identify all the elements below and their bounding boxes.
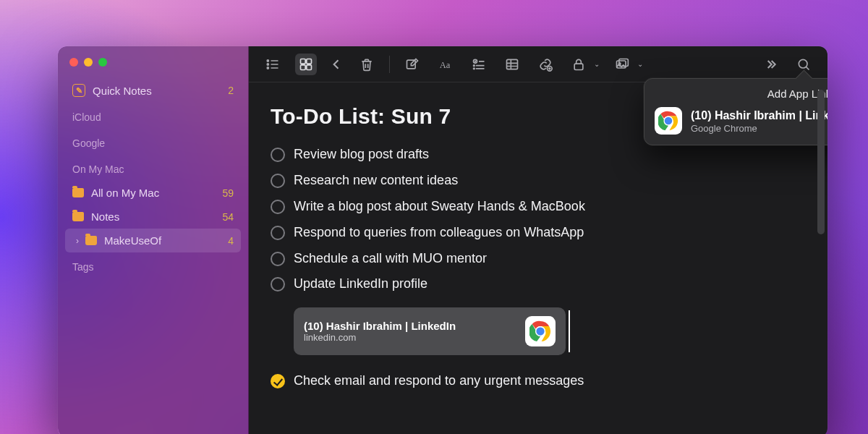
delete-button[interactable] — [356, 54, 378, 75]
checklist-item[interactable]: Respond to queries from colleagues on Wh… — [271, 220, 806, 246]
chevron-right-icon: › — [72, 236, 82, 246]
close-window-button[interactable] — [69, 58, 78, 67]
toolbar: Aa ⌄ ⌄ — [249, 46, 827, 82]
main-area: Aa ⌄ ⌄ — [249, 46, 827, 434]
svg-point-34 — [799, 59, 807, 68]
fullscreen-window-button[interactable] — [98, 58, 107, 67]
checklist-item[interactable]: Write a blog post about Sweaty Hands & M… — [271, 194, 806, 220]
folder-icon — [72, 188, 84, 197]
svg-point-21 — [474, 64, 475, 66]
svg-rect-12 — [307, 64, 312, 69]
svg-rect-11 — [301, 64, 306, 69]
compose-button[interactable] — [401, 54, 423, 75]
svg-rect-30 — [574, 64, 583, 69]
format-button[interactable]: Aa — [435, 54, 456, 75]
gallery-view-button[interactable] — [295, 54, 317, 75]
folder-label: MakeUseOf — [104, 234, 161, 247]
checkbox-empty-icon[interactable] — [271, 174, 285, 188]
folder-icon — [72, 212, 84, 221]
checklist-item[interactable]: Update LinkedIn profile — [271, 271, 806, 297]
notes-window: ✎ Quick Notes 2 iCloud Google On My Mac … — [58, 46, 827, 434]
media-menu-chevron-icon[interactable]: ⌄ — [637, 60, 643, 68]
add-link-button[interactable] — [535, 54, 556, 75]
lock-menu-chevron-icon[interactable]: ⌄ — [594, 60, 600, 68]
svg-line-35 — [806, 67, 809, 69]
note-title[interactable]: To-Do List: Sun 7 — [271, 104, 806, 129]
folder-label: Notes — [91, 210, 119, 223]
checkbox-checked-icon[interactable] — [271, 374, 285, 388]
link-card-domain: linkedin.com — [304, 332, 515, 343]
checkbox-empty-icon[interactable] — [271, 226, 285, 240]
folder-count: 4 — [228, 235, 234, 247]
sidebar: ✎ Quick Notes 2 iCloud Google On My Mac … — [58, 46, 249, 434]
checklist-item-done[interactable]: Check email and respond to any urgent me… — [271, 368, 806, 394]
svg-point-4 — [267, 63, 268, 64]
quick-notes-label: Quick Notes — [93, 85, 152, 97]
lock-button[interactable] — [568, 54, 590, 75]
checklist-button[interactable] — [468, 54, 490, 75]
svg-rect-10 — [307, 59, 312, 64]
checkbox-empty-icon[interactable] — [271, 148, 285, 162]
checklist-item[interactable]: Review blog post drafts — [271, 142, 806, 168]
quick-notes-count: 2 — [228, 85, 234, 96]
folder-icon — [85, 236, 97, 245]
minimize-window-button[interactable] — [84, 58, 93, 67]
sidebar-folder-makeuseof[interactable]: › MakeUseOf 4 — [65, 229, 241, 252]
svg-point-22 — [474, 68, 475, 69]
svg-point-3 — [267, 59, 268, 61]
note-editor[interactable]: To-Do List: Sun 7 Review blog post draft… — [249, 82, 827, 409]
list-view-button[interactable] — [262, 54, 284, 75]
link-preview-card[interactable]: (10) Hashir Ibrahim | LinkedIn linkedin.… — [294, 307, 566, 355]
sidebar-quick-notes[interactable]: ✎ Quick Notes 2 — [65, 78, 241, 103]
sidebar-folder-all-on-my-mac[interactable]: All on My Mac 59 — [65, 181, 241, 205]
svg-rect-9 — [301, 59, 306, 64]
sidebar-folder-notes[interactable]: Notes 54 — [65, 205, 241, 229]
folder-label: All on My Mac — [91, 187, 159, 199]
checkbox-empty-icon[interactable] — [271, 277, 285, 292]
checklist-item[interactable]: Schedule a call with MUO mentor — [271, 246, 806, 272]
svg-text:Aa: Aa — [440, 60, 451, 70]
more-button[interactable] — [760, 54, 781, 75]
link-card-title: (10) Hashir Ibrahim | LinkedIn — [304, 320, 515, 332]
toolbar-separator — [389, 56, 390, 73]
sidebar-section-google[interactable]: Google — [65, 132, 241, 155]
svg-point-5 — [267, 67, 268, 68]
sidebar-section-on-my-mac[interactable]: On My Mac — [65, 158, 241, 181]
folder-count: 54 — [222, 211, 234, 223]
svg-rect-23 — [507, 59, 518, 69]
checkbox-empty-icon[interactable] — [271, 200, 285, 214]
table-button[interactable] — [501, 54, 523, 75]
scrollbar-thumb[interactable] — [817, 90, 825, 234]
folder-count: 59 — [222, 187, 234, 199]
media-button[interactable] — [611, 54, 633, 75]
back-button[interactable] — [328, 54, 344, 75]
checklist-item[interactable]: Research new content ideas — [271, 168, 806, 194]
checkbox-empty-icon[interactable] — [271, 252, 285, 266]
quick-notes-icon: ✎ — [72, 84, 85, 97]
sidebar-section-tags[interactable]: Tags — [65, 255, 241, 278]
chrome-icon — [525, 316, 556, 346]
sidebar-section-icloud[interactable]: iCloud — [65, 106, 241, 129]
window-controls — [65, 56, 241, 78]
